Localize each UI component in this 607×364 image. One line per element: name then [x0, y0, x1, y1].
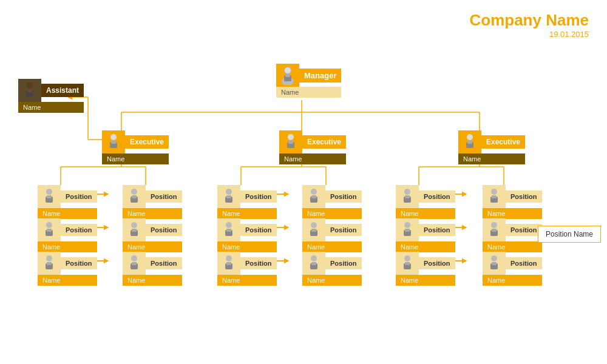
svg-rect-105: [492, 229, 497, 232]
pos-name: Name: [396, 208, 455, 219]
pos-name: Name: [483, 241, 542, 252]
pos-label: Position: [325, 224, 362, 236]
assistant-node: Assistant Name: [18, 79, 84, 113]
pos-label: Position: [61, 190, 97, 203]
pos-avatar: [483, 252, 506, 275]
pos-e2-r2: Position Name: [302, 218, 362, 252]
pos-avatar: [302, 218, 325, 241]
executive-3-name: Name: [458, 153, 525, 164]
svg-point-73: [226, 189, 232, 195]
svg-point-64: [131, 189, 137, 195]
pos-e3-l3: Position Name: [396, 252, 455, 286]
pos-avatar: [302, 185, 325, 208]
pos-avatar: [123, 252, 146, 275]
executive-1-avatar: [102, 130, 125, 153]
pos-name: Name: [123, 208, 182, 219]
pos-e1-r2: Position Name: [123, 218, 182, 252]
company-name: Company Name: [470, 11, 589, 30]
svg-rect-102: [492, 195, 497, 198]
pos-avatar: [396, 185, 419, 208]
company-header: Company Name 19.01.2015: [470, 11, 589, 39]
svg-point-85: [311, 222, 317, 228]
pos-avatar: [217, 185, 240, 208]
executive-3-label: Executive: [481, 135, 525, 149]
manager-label: Manager: [299, 69, 341, 83]
svg-point-70: [131, 255, 137, 261]
pos-avatar: [217, 218, 240, 241]
svg-rect-84: [311, 195, 316, 198]
svg-rect-78: [226, 229, 231, 232]
assistant-avatar: [18, 79, 41, 102]
pos-label: Position: [240, 257, 277, 269]
pos-label: Position: [61, 224, 97, 236]
executive-2-label: Executive: [302, 135, 346, 149]
pos-name: Name: [396, 241, 455, 252]
pos-name: Name: [217, 208, 277, 219]
pos-label: Position: [146, 190, 182, 203]
svg-point-52: [467, 134, 473, 140]
pos-name: Name: [483, 275, 542, 286]
assistant-name: Name: [18, 102, 84, 113]
pos-avatar: [38, 218, 61, 241]
pos-name: Name: [123, 275, 182, 286]
svg-rect-72: [132, 262, 137, 265]
svg-rect-93: [405, 195, 410, 198]
svg-point-43: [27, 83, 33, 89]
pos-e1-r3: Position Name: [123, 252, 182, 286]
pos-e3-l1: Position Name: [396, 185, 455, 219]
pos-label: Position: [419, 257, 455, 269]
pos-avatar: [38, 185, 61, 208]
executive-2-node: Executive Name: [279, 130, 346, 164]
pos-e2-r1: Position Name: [302, 185, 362, 219]
manager-name: Name: [276, 87, 341, 98]
pos-label: Position: [325, 257, 362, 269]
svg-point-103: [491, 222, 497, 228]
pos-name: Name: [123, 241, 182, 252]
pos-e2-l1: Position Name: [217, 185, 277, 219]
pos-label: Position: [240, 190, 277, 203]
svg-rect-48: [111, 141, 116, 144]
pos-e1-l3: Position Name: [38, 252, 97, 286]
svg-rect-108: [492, 262, 497, 265]
legend-label: Position Name: [546, 230, 593, 238]
pos-e3-l2: Position Name: [396, 218, 455, 252]
legend-position-name: Position Name: [538, 226, 601, 243]
svg-point-94: [404, 222, 410, 228]
svg-rect-96: [405, 229, 410, 232]
executive-3-node: Executive Name: [458, 130, 525, 164]
pos-avatar: [38, 252, 61, 275]
executive-1-label: Executive: [125, 135, 169, 149]
executive-1-name: Name: [102, 153, 169, 164]
manager-avatar: [276, 64, 299, 87]
pos-label: Position: [325, 190, 362, 203]
svg-rect-66: [132, 195, 137, 198]
pos-e1-l1: Position Name: [38, 185, 97, 219]
pos-name: Name: [396, 275, 455, 286]
svg-rect-63: [47, 262, 52, 265]
svg-rect-87: [311, 229, 316, 232]
svg-point-76: [226, 222, 232, 228]
pos-avatar: [396, 252, 419, 275]
pos-avatar: [217, 252, 240, 275]
pos-avatar: [123, 185, 146, 208]
pos-label: Position: [506, 257, 542, 269]
pos-avatar: [483, 218, 506, 241]
executive-3-avatar: [458, 130, 481, 153]
pos-label: Position: [146, 257, 182, 269]
svg-point-106: [491, 255, 497, 261]
svg-rect-75: [226, 195, 231, 198]
svg-rect-57: [47, 195, 52, 198]
pos-e1-r1: Position Name: [123, 185, 182, 219]
pos-avatar: [302, 252, 325, 275]
pos-label: Position: [61, 257, 97, 269]
pos-label: Position: [506, 224, 542, 236]
pos-name: Name: [38, 208, 97, 219]
pos-name: Name: [217, 275, 277, 286]
svg-rect-51: [288, 141, 293, 144]
svg-point-88: [311, 255, 317, 261]
pos-e3-r1: Position Name: [483, 185, 542, 219]
pos-name: Name: [217, 241, 277, 252]
svg-point-46: [110, 134, 117, 140]
svg-point-79: [226, 255, 232, 261]
pos-name: Name: [302, 241, 362, 252]
